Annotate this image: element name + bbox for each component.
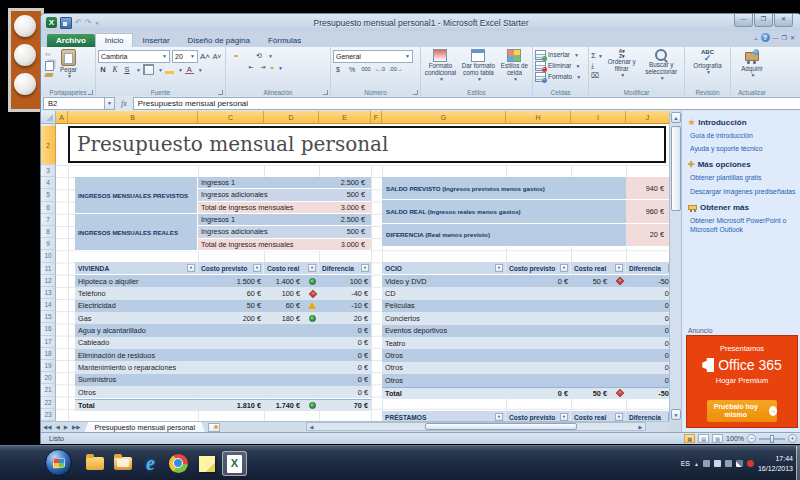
- insert-worksheet-icon[interactable]: [208, 423, 220, 432]
- dialog-launcher-icon[interactable]: [413, 90, 418, 95]
- tray-network-icon[interactable]: [736, 460, 743, 467]
- tab-insertar[interactable]: Insertar: [133, 34, 178, 47]
- table-row[interactable]: Ingresos adicionales500 €: [198, 226, 371, 238]
- borders-icon[interactable]: [143, 64, 154, 75]
- filter-icon[interactable]: [495, 264, 503, 272]
- table-row[interactable]: SALDO REAL (Ingresos reales menos gastos…: [382, 200, 669, 223]
- tray-volume-icon[interactable]: [747, 460, 754, 467]
- filter-icon[interactable]: [560, 264, 568, 272]
- row-header[interactable]: 19: [41, 360, 56, 372]
- select-all-corner[interactable]: [41, 111, 56, 124]
- pane-link[interactable]: Obtener plantillas gratis: [690, 173, 798, 182]
- copy-icon[interactable]: [45, 61, 54, 71]
- column-header[interactable]: H: [506, 111, 571, 124]
- row-header[interactable]: 2: [41, 126, 56, 165]
- column-header[interactable]: E: [319, 111, 371, 124]
- column-header[interactable]: A: [56, 111, 68, 124]
- tray-update-icon[interactable]: [725, 460, 732, 467]
- row-header[interactable]: 6: [41, 202, 56, 214]
- next-sheet-icon[interactable]: ▶: [62, 424, 70, 430]
- zoom-slider-thumb[interactable]: [770, 435, 774, 443]
- scroll-left-icon[interactable]: ◀: [307, 424, 316, 430]
- formula-input[interactable]: Presupuesto mensual personal: [133, 97, 800, 110]
- row-header[interactable]: 15: [41, 311, 56, 323]
- fill-icon[interactable]: ⤓: [591, 62, 603, 70]
- row-header[interactable]: 17: [41, 336, 56, 348]
- table-row[interactable]: Otros 0 €: [382, 374, 669, 386]
- row-header[interactable]: 12: [41, 275, 56, 287]
- table-row[interactable]: Ingresos adicionales500 €: [198, 189, 371, 201]
- shrink-font-icon[interactable]: A˅: [212, 51, 222, 62]
- minimize-button[interactable]: —: [734, 14, 753, 27]
- table-row[interactable]: Hipoteca o alquiler 1.500 € 1.400 € 100 …: [75, 275, 371, 287]
- taskbar-ie-button[interactable]: e: [138, 451, 163, 476]
- prev-sheet-icon[interactable]: ◀: [53, 424, 61, 430]
- try-now-button[interactable]: Pruébalo hoy mismo →: [707, 400, 777, 422]
- zoom-in-icon[interactable]: +: [788, 434, 797, 443]
- scroll-thumb[interactable]: [671, 126, 681, 211]
- clear-icon[interactable]: ⌧: [591, 72, 603, 80]
- font-color-icon[interactable]: A: [185, 65, 194, 74]
- fill-color-icon[interactable]: [165, 65, 174, 74]
- filter-icon[interactable]: [361, 264, 369, 272]
- italic-button[interactable]: K: [110, 64, 120, 75]
- maximize-button[interactable]: ❐: [754, 14, 773, 27]
- filter-icon[interactable]: [253, 264, 261, 272]
- ribbon-collapse-icon[interactable]: ▵: [755, 34, 758, 41]
- row-header[interactable]: 10: [41, 250, 56, 262]
- zoom-level[interactable]: 100%: [726, 435, 744, 442]
- decrease-indent-icon[interactable]: ⇤: [246, 62, 256, 73]
- income-expected-table[interactable]: INGRESOS MENSUALES PREVISTOS Ingresos 12…: [75, 177, 371, 214]
- last-sheet-icon[interactable]: ▶▶: [70, 424, 82, 430]
- scroll-down-icon[interactable]: ▼: [671, 409, 681, 420]
- row-header[interactable]: 22: [41, 397, 56, 409]
- normal-view-icon[interactable]: ▦: [684, 434, 695, 443]
- row-header[interactable]: 8: [41, 226, 56, 238]
- taskbar-libraries-button[interactable]: [110, 451, 135, 476]
- purchase-button[interactable]: Adquirir▼: [733, 49, 771, 78]
- language-indicator[interactable]: ES: [681, 460, 690, 467]
- tab-formulas[interactable]: Fórmulas: [259, 34, 310, 47]
- row-header[interactable]: 11: [41, 263, 56, 275]
- decrease-decimal-icon[interactable]: .00→: [389, 64, 402, 75]
- close-button[interactable]: ✕: [774, 14, 793, 27]
- table-row[interactable]: Otros 0 €: [382, 349, 669, 361]
- filter-icon[interactable]: [308, 264, 316, 272]
- pane-link[interactable]: Obtener Microsoft PowerPoint o Microsoft…: [690, 216, 798, 234]
- taskbar-clock[interactable]: 17:4416/12/2013: [758, 454, 797, 473]
- align-left-icon[interactable]: [228, 67, 232, 69]
- table-row[interactable]: Películas 0 €: [382, 300, 669, 312]
- name-box[interactable]: B2: [43, 97, 105, 110]
- underline-button[interactable]: S: [122, 64, 132, 75]
- taskbar-chrome-button[interactable]: [166, 451, 191, 476]
- pane-link[interactable]: Ayuda y soporte técnico: [690, 144, 798, 153]
- table-row[interactable]: Mantenimiento o reparaciones 0 €: [75, 361, 371, 373]
- row-header[interactable]: 18: [41, 348, 56, 360]
- doc-restore-icon[interactable]: ❐: [782, 34, 787, 41]
- first-sheet-icon[interactable]: ◀◀: [41, 424, 53, 430]
- filter-icon[interactable]: [187, 264, 195, 272]
- row-header[interactable]: 3: [41, 165, 56, 177]
- table-row[interactable]: Eliminación de residuos 0 €: [75, 349, 371, 361]
- table-row[interactable]: Total de ingresos mensuales3.000 €: [198, 202, 371, 214]
- column-header[interactable]: C: [198, 111, 264, 124]
- doc-close-icon[interactable]: ✕: [790, 34, 795, 41]
- vivienda-header[interactable]: VIVIENDA Costo previsto Costo real Difer…: [75, 262, 371, 275]
- column-header[interactable]: F: [371, 111, 382, 124]
- delete-cells-button[interactable]: Eliminar▼: [535, 60, 586, 71]
- comma-format-icon[interactable]: 000: [361, 64, 371, 75]
- taskbar-explorer-button[interactable]: [82, 451, 107, 476]
- sort-filter-button[interactable]: A▾Z▾ Ordenar y filtrar▼: [603, 49, 641, 88]
- table-row[interactable]: Suministros 0 €: [75, 374, 371, 386]
- scroll-right-icon[interactable]: ▶: [636, 424, 645, 430]
- row-header[interactable]: 20: [41, 372, 56, 384]
- grow-font-icon[interactable]: A˄: [200, 51, 210, 62]
- increase-indent-icon[interactable]: ⇥: [258, 62, 268, 73]
- dialog-launcher-icon[interactable]: [218, 90, 223, 95]
- table-row[interactable]: Video y DVD 0 € 50 € -50 €: [382, 275, 669, 287]
- vertical-scrollbar[interactable]: ▲ ▼: [669, 111, 681, 421]
- increase-decimal-icon[interactable]: ←.0: [375, 64, 385, 75]
- table-row[interactable]: Ingresos 12.500 €: [198, 214, 371, 226]
- table-row[interactable]: Agua y alcantarillado 0 €: [75, 324, 371, 336]
- paste-button[interactable]: Pegar▼: [60, 49, 77, 79]
